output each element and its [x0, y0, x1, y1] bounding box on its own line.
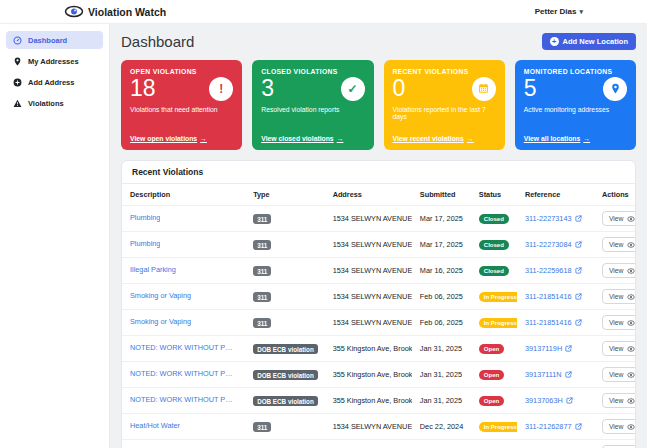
- address-cell: 1534 SELWYN AVENUE, B...: [325, 414, 412, 440]
- stat-value: 18: [130, 76, 156, 101]
- submitted-cell: Mar 17, 2025: [412, 206, 471, 232]
- violation-description-link[interactable]: Smoking or Vaping: [130, 291, 191, 300]
- external-link-icon: [575, 241, 582, 248]
- view-button[interactable]: View: [602, 211, 635, 226]
- table-row: Illegal Parking3111534 SELWYN AVENUE, B.…: [122, 258, 635, 284]
- violation-description-link[interactable]: Heat/Hot Water: [130, 421, 180, 430]
- eye-icon: [627, 267, 635, 275]
- reference-link[interactable]: 311-22259618: [525, 266, 582, 275]
- reference-link[interactable]: 311-21851416: [525, 318, 582, 327]
- external-link-icon: [575, 423, 582, 430]
- sidebar-item-my-addresses[interactable]: My Addresses: [6, 52, 103, 70]
- submitted-cell: Mar 17, 2025: [412, 232, 471, 258]
- sidebar-item-label: Dashboard: [28, 36, 67, 45]
- address-cell: 1534 SELWYN AVENUE, B...: [325, 206, 412, 232]
- view-button[interactable]: View: [602, 263, 635, 278]
- stat-label: CLOSED VIOLATIONS: [261, 68, 364, 75]
- address-cell: 1534 SELWYN AVENUE, B...: [325, 258, 412, 284]
- view-button[interactable]: View: [602, 367, 635, 382]
- reference-text: 39137119H: [525, 344, 562, 353]
- view-button[interactable]: View: [602, 315, 635, 330]
- violation-description-link[interactable]: NOTED: WORK WITHOUT PER...: [130, 369, 237, 378]
- address-cell: 1534 SELWYN AVENUE, B...: [325, 440, 412, 448]
- type-badge: 311: [253, 266, 271, 276]
- sidebar-item-add-address[interactable]: Add Address: [6, 73, 103, 91]
- address-cell: 355 Kingston Ave, Brooklyn...: [325, 362, 412, 388]
- reference-link[interactable]: 39137111N: [525, 370, 572, 379]
- table-header-row: Description Type Address Submitted Statu…: [122, 184, 635, 206]
- reference-link[interactable]: 39137119H: [525, 344, 572, 353]
- external-link-icon: [575, 293, 582, 300]
- view-button[interactable]: View: [602, 341, 635, 356]
- main-content: Dashboard + Add New Location OPEN VIOLAT…: [110, 24, 647, 448]
- sidebar-item-dashboard[interactable]: Dashboard: [6, 31, 103, 49]
- submitted-cell: Mar 16, 2025: [412, 258, 471, 284]
- stat-label: OPEN VIOLATIONS: [130, 68, 233, 75]
- reference-link[interactable]: 311-22273143: [525, 214, 582, 223]
- page-title: Dashboard: [121, 33, 194, 50]
- stat-cards: OPEN VIOLATIONS 18 ! Violations that nee…: [121, 60, 636, 150]
- table-row: NOTED: WORK WITHOUT PER...DOB ECB violat…: [122, 362, 635, 388]
- table-row: Heat/Hot Water3111534 SELWYN AVENUE, B..…: [122, 414, 635, 440]
- view-all-locations-link[interactable]: View all locations→: [524, 135, 627, 142]
- speedometer-icon: [13, 36, 22, 45]
- user-name: Petter Dias: [535, 7, 577, 16]
- violation-description-link[interactable]: NOTED: WORK WITHOUT PER...: [130, 343, 237, 352]
- type-badge: DOB ECB violation: [253, 370, 318, 380]
- plus-circle-icon: [13, 78, 22, 87]
- violation-description-link[interactable]: Plumbing: [130, 213, 160, 222]
- add-new-location-button[interactable]: + Add New Location: [542, 33, 636, 50]
- address-cell: 355 Kingston Ave, Brooklyn...: [325, 388, 412, 414]
- submitted-cell: Feb 06, 2025: [412, 284, 471, 310]
- violation-description-link[interactable]: NOTED: WORK WITHOUT PER...: [130, 395, 237, 404]
- status-badge: In Progress: [479, 318, 517, 328]
- stat-description: Active monitoring addresses: [524, 106, 627, 113]
- reference-text: 311-22259618: [525, 266, 572, 275]
- reference-link[interactable]: 311-22273084: [525, 240, 582, 249]
- map-pin-icon: [13, 57, 22, 66]
- violations-table-body: Plumbing3111534 SELWYN AVENUE, B...Mar 1…: [122, 206, 635, 448]
- check-circle-icon: ✓: [341, 77, 365, 101]
- column-header-status: Status: [471, 184, 517, 206]
- violation-description-link[interactable]: Plumbing: [130, 239, 160, 248]
- view-recent-violations-link[interactable]: View recent violations→: [393, 135, 496, 142]
- arrow-right-icon: →: [583, 135, 590, 142]
- table-row: Smoking or Vaping3111534 SELWYN AVENUE, …: [122, 284, 635, 310]
- table-row: Smoking or Vaping3111534 SELWYN AVENUE, …: [122, 310, 635, 336]
- column-header-actions: Actions: [594, 184, 635, 206]
- violation-description-link[interactable]: Smoking or Vaping: [130, 317, 191, 326]
- violations-table: Description Type Address Submitted Statu…: [122, 184, 635, 448]
- column-header-reference: Reference: [517, 184, 594, 206]
- table-row: Heat/Hot Water3111534 SELWYN AVENUE, B..…: [122, 440, 635, 448]
- geo-pin-icon: [603, 77, 627, 101]
- external-link-icon: [575, 319, 582, 326]
- reference-link[interactable]: 311-21851416: [525, 292, 582, 301]
- user-menu[interactable]: Petter Dias ▾: [535, 7, 583, 16]
- view-closed-violations-link[interactable]: View closed violations→: [261, 135, 364, 142]
- external-link-icon: [565, 345, 572, 352]
- view-button[interactable]: View: [602, 419, 635, 434]
- external-link-icon: [575, 267, 582, 274]
- stat-card-closed-violations: CLOSED VIOLATIONS 3 ✓ Resolved violation…: [252, 60, 373, 150]
- view-button[interactable]: View: [602, 393, 635, 408]
- sidebar-item-label: Add Address: [28, 78, 74, 87]
- reference-link[interactable]: 311-21262877: [525, 422, 582, 431]
- submitted-cell: Dec 22, 2024: [412, 440, 471, 448]
- caret-down-icon: ▾: [579, 8, 583, 16]
- type-badge: DOB ECB violation: [253, 344, 318, 354]
- column-header-type: Type: [245, 184, 325, 206]
- view-open-violations-link[interactable]: View open violations→: [130, 135, 233, 142]
- address-cell: 1534 SELWYN AVENUE, B...: [325, 232, 412, 258]
- stat-label: RECENT VIOLATIONS: [393, 68, 496, 75]
- sidebar-item-violations[interactable]: Violations: [6, 94, 103, 112]
- violation-description-link[interactable]: Illegal Parking: [130, 265, 176, 274]
- view-button[interactable]: View: [602, 237, 635, 252]
- arrow-right-icon: →: [337, 135, 344, 142]
- brand-logo[interactable]: Violation Watch: [64, 5, 166, 18]
- type-badge: 311: [253, 292, 271, 302]
- submitted-cell: Jan 31, 2025: [412, 362, 471, 388]
- view-button[interactable]: View: [602, 289, 635, 304]
- column-header-address: Address: [325, 184, 412, 206]
- reference-link[interactable]: 39137063H: [525, 396, 573, 405]
- status-badge: Open: [479, 344, 504, 354]
